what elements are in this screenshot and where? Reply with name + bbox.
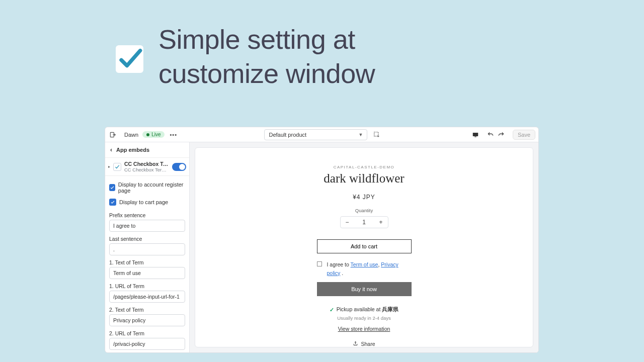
app-toggle[interactable] (172, 163, 186, 171)
qty-plus-icon[interactable]: + (379, 219, 382, 226)
topbar: Dawn Live ••• Default product▼ Save (105, 127, 538, 142)
buy-it-now-button[interactable]: Buy it now (317, 282, 412, 296)
undo-icon[interactable] (486, 130, 495, 139)
qty-value: 1 (362, 219, 366, 226)
svg-rect-2 (473, 132, 478, 136)
caret-icon: ▸ (108, 164, 110, 169)
app-subtitle: CC Checkbox Term of Use (124, 167, 169, 172)
hero-title: Simple setting at customize window (158, 23, 375, 90)
sidebar: ‹ App embeds ▸ CC Checkbox Term of… CC C… (105, 142, 190, 352)
add-to-cart-button[interactable]: Add to cart (317, 239, 412, 253)
field-label: 2. Text of Term (109, 307, 185, 313)
app-icon (113, 163, 121, 171)
svg-rect-3 (474, 136, 476, 137)
term1-text-input[interactable]: Term of use (109, 267, 185, 279)
exit-icon[interactable] (108, 130, 117, 139)
field-label: 1. Text of Term (109, 259, 185, 265)
term2-url-input[interactable]: /privaci-policy (109, 338, 185, 350)
terms-checkbox[interactable] (317, 261, 322, 266)
sidebar-title: App embeds (116, 147, 149, 153)
field-label: 2. URL of Term (109, 330, 185, 336)
qty-minus-icon[interactable]: − (346, 219, 349, 226)
live-badge: Live (142, 131, 165, 138)
customize-editor: Dawn Live ••• Default product▼ Save ‹ Ap… (105, 127, 539, 353)
term1-link[interactable]: Term of use (351, 261, 378, 267)
theme-name: Dawn (124, 132, 138, 138)
back-icon[interactable]: ‹ (110, 146, 112, 153)
checkbox-register-page[interactable] (109, 184, 115, 191)
field-label: 1. URL of Term (109, 283, 185, 289)
pickup-availability: ✓ Pickup available at 兵庫県 (330, 306, 398, 313)
save-button[interactable]: Save (513, 130, 535, 140)
chevron-down-icon: ▼ (359, 132, 363, 137)
redo-icon[interactable] (497, 130, 506, 139)
product-title: dark wildflower (324, 171, 404, 186)
product-price: ¥4 JPY (353, 194, 375, 201)
quantity-label: Quantity (355, 208, 373, 213)
store-info-link[interactable]: View store information (338, 326, 390, 332)
field-label: Prefix sentence (109, 212, 185, 218)
term1-url-input[interactable]: /pages/please-input-url-for-1 (109, 291, 185, 303)
app-name: CC Checkbox Term of… (124, 161, 169, 167)
field-label: Last sentence (109, 236, 185, 242)
checkbox-label: Display to account register page (118, 182, 185, 194)
preview-canvas: CAPITAL-CASTLE-DEMO dark wildflower ¥4 J… (195, 147, 533, 347)
inspector-icon[interactable] (371, 129, 382, 140)
vendor-name: CAPITAL-CASTLE-DEMO (334, 165, 395, 169)
hero-check-icon (116, 45, 143, 73)
share-button[interactable]: Share (353, 341, 375, 347)
pickup-ready: Usually ready in 2-4 days (337, 315, 391, 321)
desktop-view-icon[interactable] (470, 129, 481, 140)
check-icon: ✓ (330, 307, 334, 313)
app-embed-row[interactable]: ▸ CC Checkbox Term of… CC Checkbox Term … (105, 158, 189, 176)
prefix-sentence-input[interactable]: I agree to (109, 220, 185, 232)
last-sentence-input[interactable]: . (109, 243, 185, 255)
quantity-stepper[interactable]: − 1 + (340, 216, 388, 228)
checkbox-label: Display to cart page (119, 199, 168, 205)
page-selector[interactable]: Default product▼ (264, 129, 367, 140)
term2-text-input[interactable]: Privacy policy (109, 314, 185, 326)
agree-text: I agree to Term of use, Privacy policy . (327, 260, 412, 277)
more-menu[interactable]: ••• (170, 132, 177, 138)
checkbox-cart-page[interactable] (109, 199, 116, 206)
